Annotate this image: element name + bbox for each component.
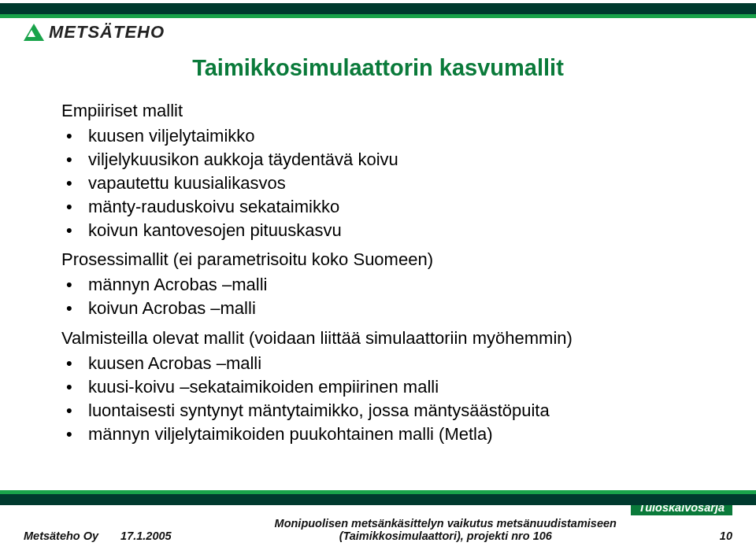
bullet-list-process: männyn Acrobas –malli koivun Acrobas –ma… <box>61 273 717 320</box>
footer-center-line1: Monipuolisen metsänkäsittelyn vaikutus m… <box>275 517 617 530</box>
slide-body: Empiiriset mallit kuusen viljelytaimikko… <box>61 93 717 448</box>
top-bar-green <box>0 14 756 18</box>
list-item: koivun Acrobas –malli <box>61 297 717 320</box>
section-heading-empirical: Empiiriset mallit <box>61 99 717 123</box>
list-item: luontaisesti syntynyt mäntytaimikko, jos… <box>61 399 717 423</box>
top-bar-dark <box>0 3 756 14</box>
footer-accent-bars <box>0 490 756 505</box>
footer-left: Metsäteho Oy 17.1.2005 <box>24 530 172 542</box>
footer-center-line2: (Taimikkosimulaattori), projekti nro 106 <box>187 530 704 542</box>
list-item: mänty-rauduskoivu sekataimikko <box>61 195 717 219</box>
footer-company: Metsäteho Oy <box>24 530 98 542</box>
section-heading-process: Prosessimallit (ei parametrisoitu koko S… <box>61 248 717 271</box>
bullet-list-inprogress: kuusen Acrobas –malli kuusi-koivu –sekat… <box>61 352 717 446</box>
list-item: viljelykuusikon aukkoja täydentävä koivu <box>61 148 717 172</box>
footer-bar-dark <box>0 494 756 505</box>
footer-right: 10 <box>720 530 732 542</box>
logo-text: METSÄTEHO <box>49 22 165 42</box>
list-item: männyn Acrobas –malli <box>61 273 717 297</box>
footer-center: Monipuolisen metsänkäsittelyn vaikutus m… <box>187 517 704 542</box>
list-item: vapautettu kuusialikasvos <box>61 172 717 195</box>
list-item: kuusen viljelytaimikko <box>61 124 717 148</box>
footer-date: 17.1.2005 <box>120 530 172 542</box>
list-item: kuusen Acrobas –malli <box>61 352 717 375</box>
slide: METSÄTEHO Taimikkosimulaattorin kasvumal… <box>0 0 756 550</box>
bullet-list-empirical: kuusen viljelytaimikko viljelykuusikon a… <box>61 124 717 242</box>
list-item: kuusi-koivu –sekataimikoiden empiirinen … <box>61 375 717 399</box>
list-item: koivun kantovesojen pituuskasvu <box>61 219 717 242</box>
top-accent-bars <box>0 3 756 18</box>
logo-tree-icon <box>24 24 44 41</box>
slide-title: Taimikkosimulaattorin kasvumallit <box>0 55 756 81</box>
page-number: 10 <box>720 530 732 542</box>
logo: METSÄTEHO <box>24 22 165 42</box>
section-heading-inprogress: Valmisteilla olevat mallit (voidaan liit… <box>61 327 717 350</box>
list-item: männyn viljelytaimikoiden puukohtainen m… <box>61 423 717 446</box>
footer: Metsäteho Oy 17.1.2005 Monipuolisen mets… <box>24 517 732 542</box>
